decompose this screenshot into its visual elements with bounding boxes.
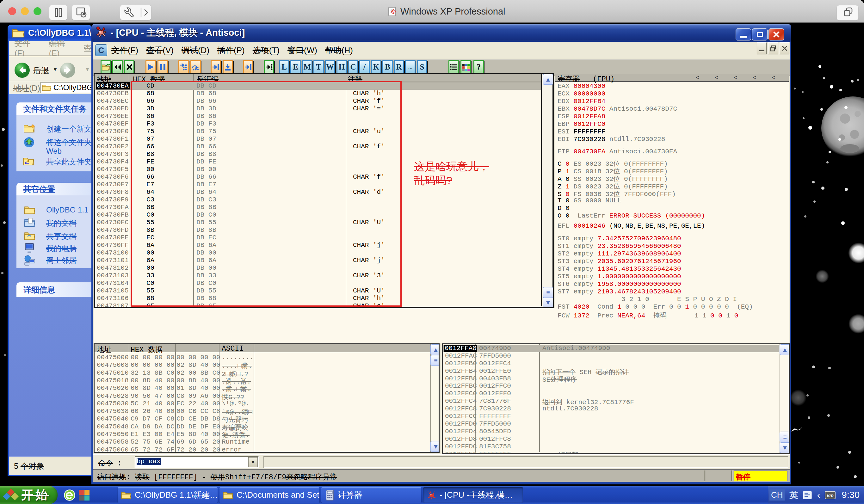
svg-text:W: W [392, 10, 395, 14]
svg-text:vm: vm [827, 493, 833, 498]
